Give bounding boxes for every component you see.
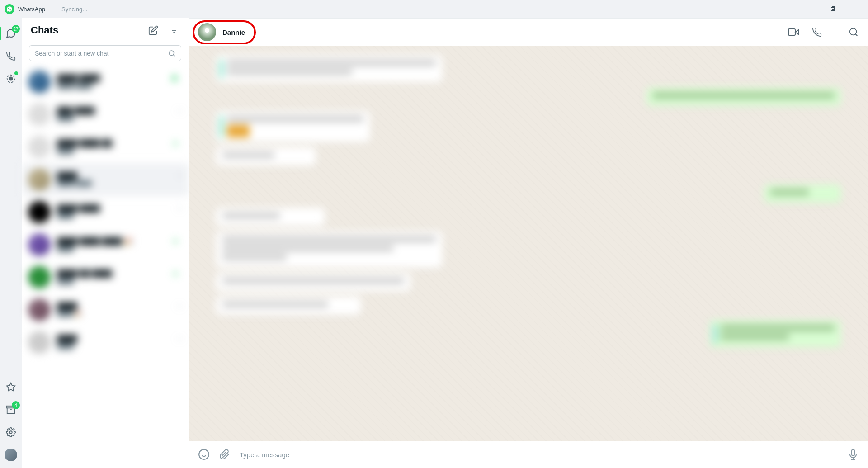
search-box[interactable] <box>29 45 181 61</box>
chat-list-panel: Chats ████ ████████ ████ ███ ████—████ <box>22 18 189 468</box>
contact-name: Dannie <box>222 28 245 36</box>
svg-marker-16 <box>795 30 798 34</box>
app-name: WhatsApp <box>18 6 45 13</box>
rail-top: 27 <box>5 27 17 85</box>
chats-rail-icon[interactable]: 27 <box>5 27 17 40</box>
list-item[interactable]: ████—████ ████ <box>22 163 189 196</box>
message-input-bar <box>189 441 868 468</box>
message-outgoing[interactable] <box>646 88 841 106</box>
svg-point-10 <box>9 431 12 434</box>
svg-point-18 <box>850 28 857 35</box>
message-incoming[interactable] <box>216 147 316 165</box>
search-input[interactable] <box>35 50 168 57</box>
contact-avatar <box>198 23 216 41</box>
message-incoming[interactable] <box>216 273 410 291</box>
message-incoming[interactable] <box>216 111 370 142</box>
emoji-icon[interactable] <box>198 449 210 460</box>
svg-point-6 <box>9 77 12 80</box>
search-in-chat-icon[interactable] <box>848 27 859 38</box>
list-item[interactable]: ████ ████ ████ 🎉●████ <box>22 228 189 261</box>
archive-rail-icon[interactable]: 4 <box>5 403 17 416</box>
message-outgoing[interactable] <box>710 320 841 347</box>
starred-rail-icon[interactable] <box>5 381 17 393</box>
messages-area[interactable] <box>189 46 868 441</box>
message-incoming[interactable] <box>216 232 442 268</box>
list-item[interactable]: ████ ████—████ <box>22 196 189 228</box>
chats-title: Chats <box>31 24 58 36</box>
svg-rect-2 <box>832 7 835 10</box>
list-item[interactable]: ████ ████████ ████ <box>22 66 189 98</box>
title-left: WhatsApp Syncing... <box>5 4 87 14</box>
chats-header: Chats <box>22 18 189 43</box>
maximize-button[interactable] <box>823 2 843 16</box>
status-dot <box>14 71 18 75</box>
rail-bottom: 4 <box>5 381 17 461</box>
left-rail: 27 4 <box>0 18 22 468</box>
conversation-panel: Dannie <box>189 18 868 468</box>
svg-point-20 <box>199 449 209 459</box>
svg-marker-7 <box>7 383 15 391</box>
contact-info[interactable]: Dannie <box>198 23 245 41</box>
settings-rail-icon[interactable] <box>5 426 17 439</box>
chats-header-icons <box>148 25 179 36</box>
message-incoming[interactable] <box>216 297 361 315</box>
filter-icon[interactable] <box>169 25 179 36</box>
conv-header-icons <box>788 27 859 38</box>
main-layout: 27 4 <box>0 18 868 468</box>
list-item[interactable]: ████—████ 🎉 <box>22 293 189 326</box>
list-item[interactable]: ███ ████—████ <box>22 98 189 131</box>
title-bar: WhatsApp Syncing... <box>0 0 868 18</box>
window-controls <box>802 2 863 16</box>
new-chat-icon[interactable] <box>148 25 159 36</box>
message-input[interactable] <box>240 451 838 459</box>
mic-icon[interactable] <box>847 449 859 460</box>
svg-rect-17 <box>788 29 795 35</box>
list-item[interactable]: ████—████ <box>22 326 189 359</box>
video-call-icon[interactable] <box>788 27 799 38</box>
conversation-header: Dannie <box>189 18 868 46</box>
divider <box>835 27 835 38</box>
unread-badge: 27 <box>12 25 20 33</box>
whatsapp-logo-icon <box>5 4 14 14</box>
close-button[interactable] <box>843 2 863 16</box>
calls-rail-icon[interactable] <box>5 50 17 62</box>
message-incoming[interactable] <box>216 208 325 226</box>
minimize-button[interactable] <box>802 2 823 16</box>
status-rail-icon[interactable] <box>5 72 17 85</box>
attach-icon[interactable] <box>219 449 231 460</box>
svg-line-15 <box>173 55 175 56</box>
message-incoming[interactable] <box>216 55 442 82</box>
svg-point-14 <box>169 51 174 56</box>
search-icon <box>168 50 175 57</box>
svg-rect-1 <box>831 8 834 11</box>
message-outgoing[interactable] <box>764 184 841 203</box>
list-item[interactable]: ████ ████ ██●████ <box>22 131 189 163</box>
voice-call-icon[interactable] <box>811 27 822 38</box>
archive-badge: 4 <box>12 401 20 409</box>
list-item[interactable]: ████ ██ ████●████ <box>22 261 189 293</box>
profile-rail-avatar[interactable] <box>5 449 17 461</box>
search-container <box>22 43 189 66</box>
chat-list[interactable]: ████ ████████ ████ ███ ████—████ ████ ██… <box>22 66 189 468</box>
sync-status: Syncing... <box>61 6 87 13</box>
svg-line-19 <box>855 34 857 36</box>
